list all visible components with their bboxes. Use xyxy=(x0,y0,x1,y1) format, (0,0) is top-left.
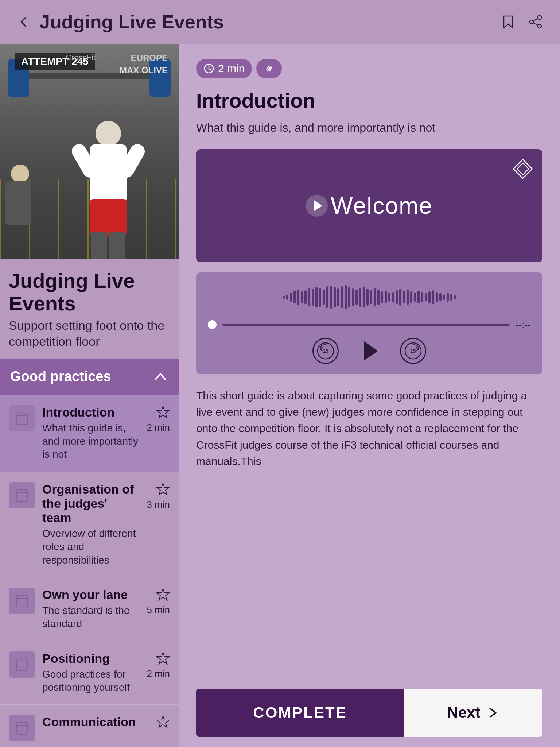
wave-bar xyxy=(308,288,310,306)
lesson-item[interactable]: Positioning Good practices for positioni… xyxy=(0,641,179,705)
wave-bar xyxy=(283,296,285,299)
lesson-desc-2: The standard is the standard xyxy=(42,604,139,631)
svg-rect-22 xyxy=(16,723,27,734)
left-panel: ATTEMPT 245 EUROPE MAX OLIVE CrossFit xyxy=(0,44,179,747)
wave-bar xyxy=(403,291,405,303)
play-triangle-icon xyxy=(314,200,322,212)
wave-bar xyxy=(359,288,361,307)
svg-line-4 xyxy=(533,19,538,21)
favorite-button-0[interactable] xyxy=(156,405,170,419)
wave-bar xyxy=(388,293,390,302)
wave-bar xyxy=(286,295,288,300)
lesson-item[interactable]: Introduction What this guide is, and mor… xyxy=(0,395,179,472)
svg-marker-17 xyxy=(157,589,169,600)
favorite-button-1[interactable] xyxy=(156,482,170,496)
lesson-item[interactable]: Organisation of the judges' team Overvie… xyxy=(0,472,179,577)
bg-athlete xyxy=(4,165,40,256)
lesson-icon-0 xyxy=(9,405,35,431)
lesson-time-0: 2 min xyxy=(147,422,170,433)
wave-bar xyxy=(355,290,358,305)
lesson-meta-0: 2 min xyxy=(147,405,170,433)
favorite-button-2[interactable] xyxy=(156,588,170,601)
wave-bar xyxy=(312,289,314,306)
favorite-button-4[interactable] xyxy=(156,715,170,729)
hero-image: ATTEMPT 245 EUROPE MAX OLIVE CrossFit xyxy=(0,44,179,259)
wave-bar xyxy=(352,288,354,306)
back-button[interactable] xyxy=(15,12,34,31)
next-button[interactable]: Next xyxy=(404,689,542,737)
wave-bar xyxy=(381,291,383,303)
course-subtitle: Support setting foot onto the competitio… xyxy=(0,317,179,358)
lesson-desc-1: Overview of different roles and responsi… xyxy=(42,527,139,567)
lesson-content-1: Organisation of the judges' team Overvie… xyxy=(42,482,139,567)
link-chip[interactable] xyxy=(256,59,282,78)
lesson-meta-2: 5 min xyxy=(147,588,170,616)
svg-marker-0 xyxy=(504,16,513,28)
app-header: Judging Live Events xyxy=(0,0,560,44)
wave-bar xyxy=(304,290,307,305)
video-title-group: Welcome xyxy=(306,192,433,219)
share-button[interactable] xyxy=(526,12,545,31)
lesson-desc-3: Good practices for positioning yourself xyxy=(42,668,139,694)
wave-bar xyxy=(341,286,343,308)
video-player[interactable]: Welcome xyxy=(196,149,542,262)
leg-right xyxy=(109,232,125,259)
rewind-button[interactable]: 15 xyxy=(312,338,339,364)
audio-play-button[interactable] xyxy=(364,341,378,360)
complete-button[interactable]: COMPLETE xyxy=(196,689,404,737)
wave-bar xyxy=(370,290,372,305)
wave-bar xyxy=(410,291,412,303)
wave-bar xyxy=(396,290,398,305)
lesson-meta-4 xyxy=(156,715,170,729)
shorts xyxy=(90,199,127,236)
progress-handle[interactable] xyxy=(208,320,217,329)
wave-bar xyxy=(337,288,339,306)
crossfit-logo: CrossFit xyxy=(66,53,96,62)
wave-bar xyxy=(432,290,434,305)
wave-bar xyxy=(319,288,321,307)
wave-bar xyxy=(392,292,394,302)
favorite-button-3[interactable] xyxy=(156,651,170,665)
athlete-body xyxy=(85,121,132,259)
lesson-item[interactable]: Own your lane The standard is the standa… xyxy=(0,577,179,641)
wave-bar xyxy=(385,291,387,303)
wave-bar xyxy=(297,290,299,305)
wave-bar xyxy=(428,291,431,303)
audio-controls: 15 15 xyxy=(208,338,531,364)
svg-marker-9 xyxy=(157,406,169,418)
bookmark-button[interactable] xyxy=(499,12,518,31)
course-title: Judging Live Events xyxy=(0,259,179,317)
lesson-title-1: Organisation of the judges' team xyxy=(42,482,139,525)
leg-left xyxy=(91,232,107,259)
wave-bar xyxy=(439,293,442,301)
section-header[interactable]: Good practices xyxy=(0,359,179,395)
svg-line-5 xyxy=(533,23,538,25)
section-toggle[interactable] xyxy=(152,369,168,385)
lesson-icon-2 xyxy=(9,588,35,614)
video-title: Welcome xyxy=(331,192,433,219)
svg-text:15: 15 xyxy=(323,348,328,354)
wave-bar xyxy=(454,295,456,299)
lesson-title-3: Positioning xyxy=(42,651,139,666)
svg-point-1 xyxy=(538,16,541,19)
lesson-content-2: Own your lane The standard is the standa… xyxy=(42,588,139,631)
page-title: Judging Live Events xyxy=(39,11,224,33)
progress-bar[interactable] xyxy=(222,324,510,326)
forward-button[interactable]: 15 xyxy=(400,338,426,364)
lesson-item[interactable]: Communication xyxy=(0,705,179,747)
lesson-desc-0: What this guide is, and more importantly… xyxy=(42,422,139,461)
lesson-content-0: Introduction What this guide is, and mor… xyxy=(42,405,139,461)
svg-rect-10 xyxy=(16,490,27,502)
audio-waveform xyxy=(208,283,531,312)
svg-rect-18 xyxy=(16,659,27,671)
hero-bg: ATTEMPT 245 EUROPE MAX OLIVE CrossFit xyxy=(0,44,179,259)
lesson-title-0: Introduction xyxy=(42,405,139,419)
lesson-meta-1: 3 min xyxy=(147,482,170,510)
head xyxy=(96,121,121,146)
wave-bar xyxy=(330,286,332,309)
body-text: This short guide is about capturing some… xyxy=(196,387,542,469)
wave-bar xyxy=(447,293,449,302)
video-play-btn[interactable] xyxy=(306,195,328,217)
lesson-time-1: 3 min xyxy=(147,499,170,510)
audio-progress-row: --:-- xyxy=(208,319,531,330)
